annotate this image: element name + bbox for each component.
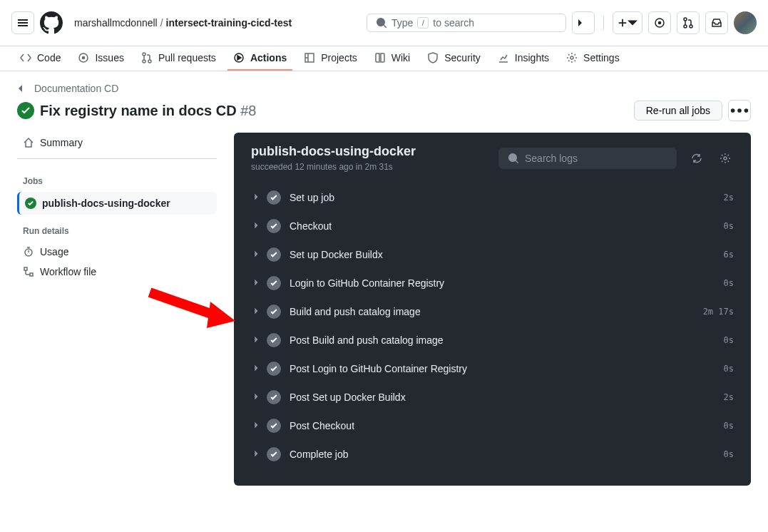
step-name: Set up job (290, 192, 724, 203)
project-icon (304, 52, 315, 63)
run-title: Fix registry name in docs CD #8 (40, 103, 256, 119)
issue-icon (78, 52, 89, 63)
step-name: Set up Docker Buildx (290, 249, 724, 260)
nav-wiki[interactable]: Wiki (369, 46, 416, 71)
caret-down-icon (628, 17, 638, 29)
step-status-icon (267, 333, 281, 347)
step-duration: 2s (724, 193, 734, 203)
step-status-icon (267, 247, 281, 262)
step-status-icon (267, 190, 281, 205)
command-palette-button[interactable] (572, 11, 595, 34)
breadcrumb-separator: / (160, 17, 163, 29)
chevron-right-icon (251, 306, 261, 318)
create-new-button[interactable] (613, 11, 642, 34)
breadcrumb-repo[interactable]: intersect-training-cicd-test (166, 17, 292, 29)
svg-point-19 (724, 157, 727, 160)
nav-projects-label: Projects (321, 52, 357, 63)
step-duration: 6s (724, 250, 734, 260)
run-header: Fix registry name in docs CD #8 Re-run a… (17, 100, 751, 121)
sidebar-workflow-file[interactable]: Workflow file (17, 262, 217, 282)
run-menu-button[interactable] (728, 100, 751, 121)
nav-insights-label: Insights (515, 52, 549, 63)
step-status-icon (267, 362, 281, 376)
log-panel: publish-docs-using-docker succeeded 12 m… (234, 133, 751, 486)
home-icon (23, 137, 34, 148)
notifications-button[interactable] (705, 11, 728, 34)
inbox-icon (711, 17, 722, 29)
nav-settings[interactable]: Settings (560, 46, 625, 71)
log-time: 12 minutes ago (295, 162, 353, 172)
log-step[interactable]: Login to GitHub Container Registry 0s (245, 269, 739, 297)
pull-requests-button[interactable] (677, 11, 700, 34)
svg-point-12 (570, 56, 573, 59)
log-step[interactable]: Post Checkout 0s (245, 411, 739, 440)
log-step[interactable]: Post Login to GitHub Container Registry … (245, 354, 739, 383)
rerun-button[interactable]: Re-run all jobs (634, 101, 722, 121)
check-icon (20, 105, 31, 116)
chevron-right-icon (251, 449, 261, 461)
nav-projects[interactable]: Projects (298, 46, 363, 71)
stopwatch-icon (23, 246, 34, 257)
log-step[interactable]: Complete job 0s (245, 440, 739, 469)
log-step[interactable]: Post Build and push catalog image 0s (245, 326, 739, 354)
step-duration: 0s (724, 449, 734, 459)
github-logo[interactable] (40, 11, 63, 34)
sidebar-usage-label: Usage (40, 246, 68, 257)
svg-point-8 (143, 60, 145, 63)
job-status-icon (25, 198, 36, 209)
pull-request-icon (682, 17, 694, 29)
step-status-icon (267, 276, 281, 290)
log-search-input[interactable]: Search logs (498, 148, 677, 169)
breadcrumb-owner[interactable]: marshallmcdonnell (74, 17, 158, 29)
chevron-right-icon (251, 420, 261, 432)
issue-icon (654, 17, 665, 29)
log-step[interactable]: Build and push catalog image 2m 17s (245, 297, 739, 326)
search-placeholder-suffix: to search (433, 17, 474, 29)
nav-code-label: Code (37, 52, 61, 63)
sidebar-divider (17, 158, 217, 159)
log-step[interactable]: Set up Docker Buildx 6s (245, 240, 739, 269)
step-status-icon (267, 219, 281, 233)
nav-security[interactable]: Security (421, 46, 486, 71)
nav-code[interactable]: Code (14, 46, 66, 71)
log-step[interactable]: Set up job 2s (245, 183, 739, 212)
search-kbd: / (417, 17, 429, 29)
chevron-right-icon (251, 277, 261, 290)
nav-pull-requests[interactable]: Pull requests (135, 46, 222, 71)
issues-button[interactable] (648, 11, 671, 34)
chevron-right-icon (251, 192, 261, 204)
step-name: Post Build and push catalog image (290, 334, 724, 346)
step-name: Build and push catalog image (290, 306, 703, 317)
svg-point-1 (659, 22, 661, 24)
hamburger-icon (17, 17, 29, 29)
log-header: publish-docs-using-docker succeeded 12 m… (234, 133, 751, 183)
header-divider (603, 16, 604, 30)
step-duration: 2s (724, 392, 734, 402)
user-avatar[interactable] (734, 11, 757, 34)
workflow-icon (23, 266, 34, 277)
svg-point-15 (744, 108, 749, 113)
nav-actions[interactable]: Actions (227, 46, 292, 71)
nav-issues-label: Issues (95, 52, 123, 63)
log-duration: 2m 31s (364, 162, 392, 172)
log-title: publish-docs-using-docker (251, 144, 487, 159)
sidebar-summary[interactable]: Summary (17, 133, 217, 153)
nav-settings-label: Settings (583, 52, 620, 63)
nav-issues[interactable]: Issues (72, 46, 129, 71)
kebab-icon (729, 100, 750, 121)
log-settings-button[interactable] (717, 150, 734, 167)
sidebar-usage[interactable]: Usage (17, 242, 217, 262)
log-step[interactable]: Post Set up Docker Buildx 2s (245, 383, 739, 411)
nav-insights[interactable]: Insights (492, 46, 555, 71)
step-status-icon (267, 447, 281, 461)
back-link[interactable]: Documentation CD (17, 83, 118, 94)
log-refresh-button[interactable] (688, 150, 705, 167)
search-placeholder-prefix: Type (391, 17, 413, 29)
svg-point-7 (143, 53, 145, 56)
hamburger-menu[interactable] (11, 11, 34, 34)
step-name: Post Login to GitHub Container Registry (290, 363, 724, 374)
sidebar-job-item[interactable]: publish-docs-using-docker (17, 192, 217, 215)
svg-point-4 (690, 25, 692, 28)
search-input[interactable]: Type / to search (367, 14, 566, 32)
log-step[interactable]: Checkout 0s (245, 212, 739, 240)
